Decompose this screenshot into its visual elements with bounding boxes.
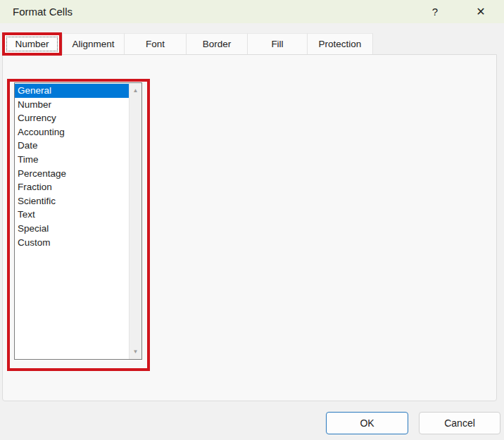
category-list-item[interactable]: Currency [15, 111, 130, 125]
tab-protection-label: Protection [319, 39, 362, 49]
window-title: Format Cells [13, 0, 73, 23]
category-list-item[interactable]: Fraction [15, 180, 130, 194]
tab-number-label: Number [5, 35, 59, 53]
category-list-item[interactable]: Date [15, 139, 130, 153]
tab-fill[interactable]: Fill [248, 33, 308, 54]
tab-border-label: Border [203, 39, 232, 49]
help-icon: ? [432, 6, 438, 18]
category-listbox[interactable]: GeneralNumberCurrencyAccountingDateTimeP… [14, 82, 142, 360]
ok-button[interactable]: OK [326, 412, 408, 434]
category-list: GeneralNumberCurrencyAccountingDateTimeP… [15, 84, 130, 249]
tab-number[interactable]: Number [2, 32, 62, 56]
category-list-item[interactable]: Special [15, 222, 130, 236]
category-list-item[interactable]: Text [15, 208, 130, 222]
tab-alignment[interactable]: Alignment [62, 33, 125, 54]
tab-border[interactable]: Border [187, 33, 248, 54]
category-list-item[interactable]: Scientific [15, 194, 130, 208]
category-list-item[interactable]: Custom [15, 236, 130, 250]
titlebar: Format Cells ? ✕ [0, 0, 504, 23]
close-icon: ✕ [476, 5, 485, 18]
tab-font-label: Font [146, 39, 165, 49]
category-list-item[interactable]: Percentage [15, 167, 130, 181]
category-list-item[interactable]: General [15, 84, 130, 98]
tab-fill-label: Fill [271, 39, 283, 49]
category-list-item[interactable]: Accounting [15, 125, 130, 139]
tab-alignment-label: Alignment [72, 39, 114, 49]
format-cells-dialog: Format Cells ? ✕ Number Alignment Font B… [0, 0, 504, 440]
tab-font[interactable]: Font [125, 33, 187, 54]
scroll-up-icon[interactable]: ▲ [130, 84, 141, 96]
scroll-down-icon[interactable]: ▼ [130, 346, 141, 358]
category-list-item[interactable]: Time [15, 153, 130, 167]
cancel-button[interactable]: Cancel [419, 412, 500, 434]
close-button[interactable]: ✕ [470, 0, 491, 23]
category-list-scrollbar[interactable]: ▲ ▼ [129, 83, 141, 359]
category-list-item[interactable]: Number [15, 98, 130, 112]
help-button[interactable]: ? [424, 0, 446, 23]
tab-protection[interactable]: Protection [308, 33, 373, 54]
